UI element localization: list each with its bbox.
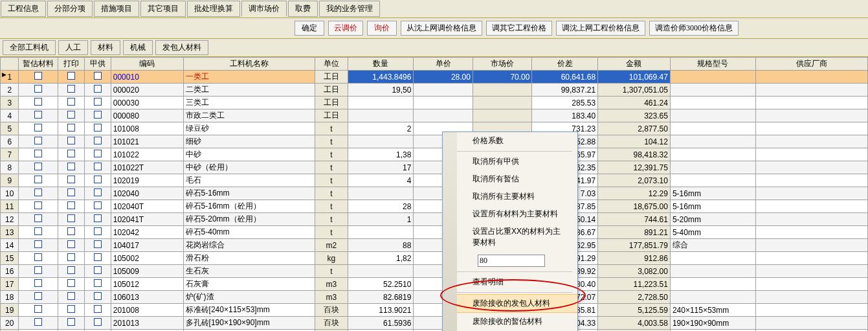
checkbox-cell[interactable] (19, 135, 58, 148)
col-header-3[interactable]: 甲供 (85, 58, 111, 71)
col-header-12[interactable]: 规格型号 (670, 58, 755, 71)
checkbox-cell[interactable] (58, 97, 85, 109)
menu-input[interactable] (478, 255, 545, 267)
checkbox-cell[interactable] (85, 291, 111, 304)
checkbox-cell[interactable] (58, 135, 85, 148)
checkbox-cell[interactable] (85, 71, 111, 84)
checkbox-cell[interactable] (19, 148, 58, 161)
col-header-0[interactable] (1, 58, 19, 71)
checkbox-cell[interactable] (19, 187, 58, 200)
checkbox-cell[interactable] (19, 239, 58, 252)
checkbox-cell[interactable] (85, 200, 111, 213)
checkbox-cell[interactable] (19, 161, 58, 174)
cmd-btn-2[interactable]: 询价 (367, 21, 397, 36)
table-row[interactable]: 5101008绿豆砂t2731.232,877.50 (1, 122, 868, 135)
checkbox-cell[interactable] (85, 265, 111, 278)
checkbox-cell[interactable] (58, 265, 85, 278)
checkbox-cell[interactable] (19, 226, 58, 239)
main-tab-6[interactable]: 取费 (288, 1, 318, 17)
checkbox-cell[interactable] (19, 265, 58, 278)
cmd-btn-3[interactable]: 从沈上网调价格信息 (401, 21, 482, 36)
checkbox-cell[interactable] (19, 317, 58, 330)
table-row[interactable]: 15105002滑石粉kg1,8291.29912.86 (1, 252, 868, 265)
checkbox-cell[interactable] (19, 97, 58, 109)
main-tab-7[interactable]: 我的业务管理 (319, 1, 380, 17)
col-header-2[interactable]: 打印 (58, 58, 85, 71)
checkbox-cell[interactable] (85, 109, 111, 122)
menu-item-5[interactable]: 设置占比重XX的材料为主要材料 (457, 223, 577, 251)
checkbox-cell[interactable] (19, 291, 58, 304)
sub-tab-1[interactable]: 人工 (58, 40, 88, 55)
checkbox-cell[interactable] (58, 161, 85, 174)
checkbox-cell[interactable] (85, 226, 111, 239)
col-header-4[interactable]: 编码 (111, 58, 183, 71)
checkbox-cell[interactable] (85, 174, 111, 187)
checkbox-cell[interactable] (85, 148, 111, 161)
checkbox-cell[interactable] (19, 109, 58, 122)
checkbox-cell[interactable] (58, 239, 85, 252)
table-row[interactable]: 2000020二类工工日19,5099,837.211,307,051.05 (1, 84, 868, 97)
table-row[interactable]: 16105009生石灰t1,739.923,082.00 (1, 265, 868, 278)
col-header-1[interactable]: 暂估材料 (19, 58, 58, 71)
table-row[interactable]: 4000080市政二类工工日183.40323.65 (1, 109, 868, 122)
checkbox-cell[interactable] (58, 291, 85, 304)
cmd-btn-6[interactable]: 调造价师3000价格信息 (649, 21, 739, 36)
col-header-13[interactable]: 供应厂商 (756, 58, 868, 71)
table-row[interactable]: 11102040T碎石5-16mm（砼用）t2810,687.8518,675.… (1, 200, 868, 213)
menu-item-2[interactable]: 取消所有暂估 (457, 170, 577, 188)
cmd-btn-0[interactable]: 确定 (295, 21, 324, 36)
cmd-btn-1[interactable]: 云调价 (328, 21, 363, 36)
checkbox-cell[interactable] (58, 304, 85, 317)
col-header-6[interactable]: 单位 (315, 58, 348, 71)
checkbox-cell[interactable] (58, 278, 85, 291)
table-row[interactable]: 14104017花岗岩综合m28844,462.95177,851.79综合 (1, 239, 868, 252)
checkbox-cell[interactable] (58, 252, 85, 265)
menu-item-3[interactable]: 取消所有主要材料 (457, 188, 577, 205)
table-row[interactable]: 19201008标准砖[240×115×53]mm百块113.902121.42… (1, 304, 868, 317)
col-header-8[interactable]: 单价 (414, 58, 473, 71)
checkbox-cell[interactable] (19, 213, 58, 226)
cmd-btn-5[interactable]: 调沈上网工程价格信息 (556, 21, 645, 36)
checkbox-cell[interactable] (19, 304, 58, 317)
checkbox-cell[interactable] (58, 109, 85, 122)
sub-tab-3[interactable]: 机械 (123, 40, 153, 55)
sub-tab-4[interactable]: 发包人材料 (155, 40, 208, 55)
checkbox-cell[interactable] (19, 174, 58, 187)
checkbox-cell[interactable] (85, 161, 111, 174)
table-row[interactable]: 18106013炉(矿)渣m382.681928.5033.00372.072,… (1, 291, 868, 304)
checkbox-cell[interactable] (19, 252, 58, 265)
table-row[interactable]: 3000030三类工工日285.53461.24 (1, 97, 868, 109)
checkbox-cell[interactable] (58, 174, 85, 187)
checkbox-cell[interactable] (58, 187, 85, 200)
menu-item-9[interactable]: 废除接收的暂估材料 (457, 313, 577, 330)
checkbox-cell[interactable] (85, 135, 111, 148)
menu-item-8[interactable]: 废除接收的发包人材料 (457, 294, 577, 313)
table-row[interactable]: 6101021细砂t52.88104.12 (1, 135, 868, 148)
main-tab-1[interactable]: 分部分项 (47, 1, 93, 17)
menu-item-4[interactable]: 设置所有材料为主要材料 (457, 205, 577, 223)
table-row[interactable]: 20201013多孔砖[190×190×90]mm百块61.593642.206… (1, 317, 868, 330)
checkbox-cell[interactable] (85, 304, 111, 317)
cmd-btn-4[interactable]: 调其它工程价格 (486, 21, 552, 36)
checkbox-cell[interactable] (85, 187, 111, 200)
checkbox-cell[interactable] (58, 213, 85, 226)
col-header-5[interactable]: 工料机名称 (183, 58, 315, 71)
sub-tab-0[interactable]: 全部工料机 (3, 40, 56, 55)
col-header-7[interactable]: 数量 (348, 58, 414, 71)
main-tab-4[interactable]: 批处理换算 (187, 1, 240, 17)
menu-item-7[interactable]: 查看明细 (457, 273, 577, 291)
checkbox-cell[interactable] (19, 200, 58, 213)
menu-item-1[interactable]: 取消所有甲供 (457, 153, 577, 170)
sub-tab-2[interactable]: 材料 (91, 40, 120, 55)
menu-item-6[interactable] (457, 251, 577, 270)
table-row[interactable]: 1000010一类工工日1,443.849628.0070.0060,641.6… (1, 71, 868, 84)
main-tab-0[interactable]: 工程信息 (1, 1, 46, 17)
table-row[interactable]: 17105012石灰膏m352.2510108.00214.805,580.40… (1, 278, 868, 291)
checkbox-cell[interactable] (58, 122, 85, 135)
table-row[interactable]: 9102019毛石t4541.972,073.10 (1, 174, 868, 187)
main-tab-2[interactable]: 措施项目 (94, 1, 139, 17)
checkbox-cell[interactable] (85, 213, 111, 226)
col-header-10[interactable]: 价差 (532, 58, 598, 71)
checkbox-cell[interactable] (85, 252, 111, 265)
col-header-11[interactable]: 金额 (598, 58, 671, 71)
